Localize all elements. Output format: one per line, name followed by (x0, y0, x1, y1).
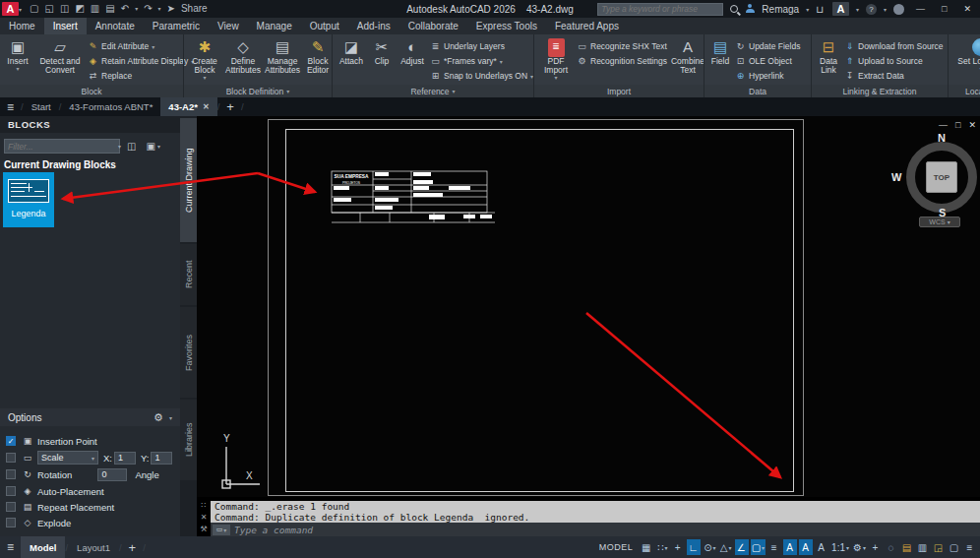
undo-caret-icon[interactable]: ▾ (135, 0, 138, 18)
new-drawing-tab-button[interactable]: + (219, 97, 241, 116)
auto-placement-checkbox[interactable] (6, 486, 16, 496)
explode-checkbox[interactable] (6, 518, 16, 527)
minimize-button[interactable]: — (911, 4, 930, 14)
autocad-logo-icon[interactable]: A (2, 2, 19, 16)
viewcube-top-face[interactable]: TOP (926, 161, 957, 193)
block-editor-button[interactable]: ✎ Block Editor (303, 36, 333, 85)
panel-label-data[interactable]: Data (704, 85, 811, 97)
tab-insert[interactable]: Insert (44, 18, 87, 34)
side-tab-favorites[interactable]: Favorites (180, 307, 197, 398)
annotation-scale-icon[interactable]: A (815, 539, 828, 555)
app-menu-caret-icon[interactable]: ▾ (19, 6, 22, 13)
tab-collaborate[interactable]: Collaborate (399, 18, 467, 34)
file-tab-43-formatos[interactable]: 43-Formatos ABNT* (61, 97, 160, 116)
search-input[interactable] (601, 4, 719, 14)
plot-icon[interactable]: ▥ (91, 0, 99, 18)
object-snap-icon[interactable]: ▢▾ (751, 539, 766, 555)
annotation-autoscale-icon[interactable]: A (799, 539, 813, 555)
rotation-checkbox[interactable] (6, 469, 16, 479)
options-caret-icon[interactable]: ▾ (169, 414, 172, 421)
panel-label-block[interactable]: Block (0, 85, 183, 97)
tab-express-tools[interactable]: Express Tools (467, 18, 546, 34)
scale-x-input[interactable] (114, 452, 136, 465)
block-filter-input[interactable] (8, 142, 118, 152)
field-button[interactable]: ▤ Field (707, 36, 733, 85)
search-field[interactable] (597, 3, 723, 16)
attach-button[interactable]: ◪ Attach (336, 36, 367, 85)
user-caret-icon[interactable]: ▾ (806, 6, 809, 13)
hyperlink-button[interactable]: ⊕ Hyperlink (735, 69, 800, 83)
command-grip-icon[interactable]: ∷ (201, 501, 206, 510)
file-tab-43-a2[interactable]: 43-A2* ✕ (160, 97, 216, 116)
adjust-button[interactable]: ◐ Adjust (397, 36, 428, 85)
frames-vary-button[interactable]: ▭ *Frames vary*▾ (430, 54, 533, 68)
lineweight-icon[interactable]: ≡ (767, 539, 781, 555)
new-layout-button[interactable]: + (122, 540, 144, 555)
upload-to-source-button[interactable]: ⇑ Upload to Source (844, 54, 943, 68)
compass-north[interactable]: N (938, 132, 946, 144)
command-customize-icon[interactable]: ⚒ (200, 525, 207, 533)
retain-attribute-display-button[interactable]: ◈ Retain Attribute Display▾ (88, 54, 194, 68)
set-location-button[interactable]: Set Location▾ (954, 36, 980, 85)
open-icon[interactable]: ◱ (44, 0, 53, 18)
account-dot-icon[interactable] (893, 4, 904, 15)
command-prompt[interactable]: Type a command (234, 525, 313, 535)
extract-data-button[interactable]: ↧ Extract Data (844, 69, 943, 83)
hardware-accel-icon[interactable]: ▤ (900, 539, 914, 555)
panel-label-location[interactable]: Location (949, 85, 980, 97)
share-label[interactable]: Share (181, 0, 208, 18)
options-header[interactable]: Options ⚙ ▾ (0, 408, 180, 426)
detect-and-convert-button[interactable]: ▱ Detect and Convert (34, 36, 86, 85)
insert-from-file-button[interactable]: ◫ (124, 139, 139, 154)
tab-parametric[interactable]: Parametric (144, 18, 209, 34)
ole-object-button[interactable]: ⊡ OLE Object (735, 54, 800, 68)
isolate-objects-icon[interactable]: ◌ (885, 539, 898, 555)
block-filter-field[interactable]: ▾ (4, 139, 120, 154)
command-close-icon[interactable]: ✕ (201, 513, 208, 522)
create-block-button[interactable]: ✱ Create Block▾ (187, 36, 222, 85)
panel-label-reference[interactable]: Reference▾ (333, 85, 533, 97)
tab-output[interactable]: Output (301, 18, 348, 34)
isodraft-icon[interactable]: △▾ (719, 539, 733, 555)
scale-y-input[interactable] (151, 452, 172, 465)
save-as-icon[interactable]: ◩ (75, 0, 84, 18)
panel-label-import[interactable]: Import (534, 85, 704, 97)
new-icon[interactable]: ▢ (30, 0, 38, 18)
cart-icon[interactable]: ⊔ (816, 4, 824, 15)
side-tab-current-drawing[interactable]: Current Drawing (180, 118, 197, 242)
tab-close-icon[interactable]: ✕ (203, 102, 210, 111)
download-from-source-button[interactable]: ⇓ Download from Source (844, 39, 943, 53)
drawing-close-icon[interactable]: ✕ (968, 120, 976, 130)
block-tile-legenda[interactable]: Legenda (3, 172, 54, 227)
scale-value[interactable]: 1:1▾ (830, 539, 850, 555)
ortho-icon[interactable]: ∟ (687, 539, 701, 555)
close-button[interactable]: ✕ (958, 4, 976, 14)
object-snap-tracking-icon[interactable]: ∠ (735, 539, 749, 555)
layout-menu-icon[interactable]: ≡ (0, 540, 21, 554)
tab-addins[interactable]: Add-ins (348, 18, 399, 34)
access-caret-icon[interactable]: ▾ (856, 6, 859, 13)
layout1-tab[interactable]: Layout1 (68, 536, 119, 558)
polar-tracking-icon[interactable]: ⊙▾ (703, 539, 716, 555)
recognize-shx-text-button[interactable]: ▭ Recognize SHX Text (577, 39, 667, 53)
command-chip-icon[interactable]: ▭▾ (213, 525, 230, 535)
grid-icon[interactable]: ▦ (640, 539, 653, 555)
panel-label-linking[interactable]: Linking & Extraction (812, 85, 948, 97)
redo-icon[interactable]: ↷ (144, 0, 152, 18)
model-tab[interactable]: Model (21, 536, 65, 558)
command-history[interactable]: Command: _.erase 1 foundCommand: Duplica… (211, 501, 980, 523)
model-space-button[interactable]: MODEL (594, 542, 639, 552)
clip-button[interactable]: ✂ Clip (369, 36, 395, 85)
tray-plus-icon[interactable]: + (869, 539, 883, 555)
snap-icon[interactable]: ∷▾ (655, 539, 669, 555)
drawing-minimize-icon[interactable]: — (939, 120, 948, 130)
drawing-restore-icon[interactable]: □ (955, 120, 960, 130)
edit-attribute-button[interactable]: ✎ Edit Attribute▾ (88, 39, 194, 53)
undo-icon[interactable]: ↶ (121, 0, 129, 18)
options-gear-icon[interactable]: ⚙ (153, 411, 163, 424)
rotation-input[interactable] (97, 468, 127, 481)
update-fields-button[interactable]: ↻ Update Fields (735, 39, 800, 53)
user-name[interactable]: Remaga (762, 4, 799, 15)
command-input-row[interactable]: ▭▾ Type a command (211, 523, 980, 536)
file-tab-start[interactable]: Start (24, 97, 59, 116)
